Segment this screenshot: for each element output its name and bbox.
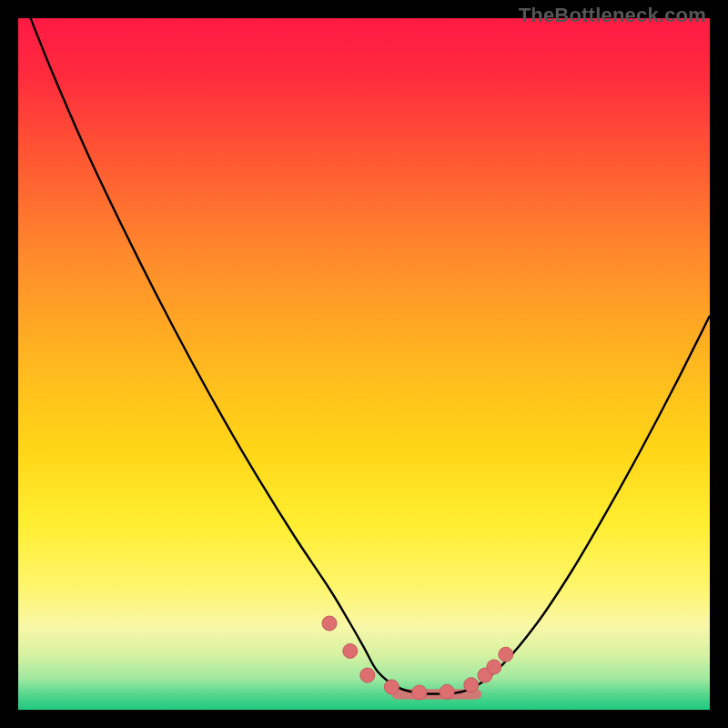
curve-marker — [322, 616, 337, 631]
curve-marker — [499, 647, 513, 662]
gradient-background — [18, 18, 710, 710]
watermark-text: TheBottleneck.com — [519, 4, 706, 27]
curve-marker — [412, 685, 427, 700]
curve-marker — [440, 684, 454, 699]
curve-marker — [464, 678, 479, 693]
curve-marker — [384, 680, 399, 694]
chart-frame — [18, 18, 710, 710]
curve-marker — [487, 660, 501, 674]
chart-svg — [18, 18, 710, 710]
curve-marker — [360, 668, 375, 682]
plot-area — [18, 18, 710, 710]
curve-marker — [343, 643, 358, 658]
